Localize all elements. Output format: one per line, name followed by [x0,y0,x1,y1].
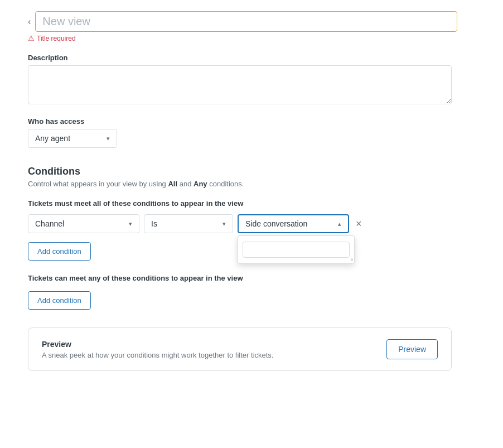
access-selected-value: Any agent [35,134,70,143]
access-chevron-icon: ▾ [107,135,110,142]
preview-card-title: Preview [42,340,274,349]
remove-condition-button[interactable]: × [354,216,364,231]
close-icon: × [356,219,362,229]
preview-button[interactable]: Preview [386,339,438,359]
title-error: ⚠ Title required [28,34,457,42]
description-section: Description [28,54,457,106]
condition-field-dropdown[interactable]: Channel ▾ [28,214,139,233]
access-section: Who has access Any agent ▾ [28,117,457,148]
preview-card-content: Preview A sneak peek at how your conditi… [42,340,274,359]
conditions-section: Conditions Control what appears in your … [28,166,457,371]
access-dropdown[interactable]: Any agent ▾ [28,129,117,148]
conditions-description: Control what appears in your view by usi… [28,180,457,188]
all-keyword: All [168,180,177,188]
condition-row: Channel ▾ Is ▾ Side conversation ▴ [28,214,457,233]
condition-operator-chevron-icon: ▾ [223,220,226,228]
preview-card-description: A sneak peek at how your conditions migh… [42,351,274,359]
condition-value-dropdown-wrapper: Side conversation ▴ [238,214,349,233]
condition-field-chevron-icon: ▾ [129,220,132,228]
condition-value-search-input[interactable] [243,242,350,258]
condition-value-chevron-up-icon: ▴ [338,220,341,228]
any-add-condition-button[interactable]: Add condition [28,291,91,310]
back-icon[interactable]: ‹ [28,17,31,26]
description-label: Description [28,54,457,62]
condition-value-panel [238,235,355,264]
condition-value-dropdown[interactable]: Side conversation ▴ [238,214,349,233]
condition-operator-value: Is [151,219,157,228]
all-conditions-title: Tickets must meet all of these condition… [28,199,457,208]
any-conditions-title: Tickets can meet any of these conditions… [28,274,457,282]
access-label: Who has access [28,117,457,126]
any-keyword: Any [194,180,207,188]
condition-field-value: Channel [35,219,64,228]
all-add-condition-button[interactable]: Add condition [28,242,91,261]
warning-icon: ⚠ [28,34,35,42]
description-input[interactable] [28,65,452,104]
condition-operator-dropdown[interactable]: Is ▾ [144,214,233,233]
conditions-title: Conditions [28,166,457,177]
any-conditions-group: Tickets can meet any of these conditions… [28,274,457,310]
all-conditions-group: Tickets must meet all of these condition… [28,199,457,261]
condition-value-text: Side conversation [245,219,307,228]
title-error-text: Title required [37,35,76,42]
view-title-input[interactable] [35,11,457,32]
preview-card: Preview A sneak peek at how your conditi… [28,327,452,371]
dropdown-scrollbar[interactable] [351,258,353,261]
